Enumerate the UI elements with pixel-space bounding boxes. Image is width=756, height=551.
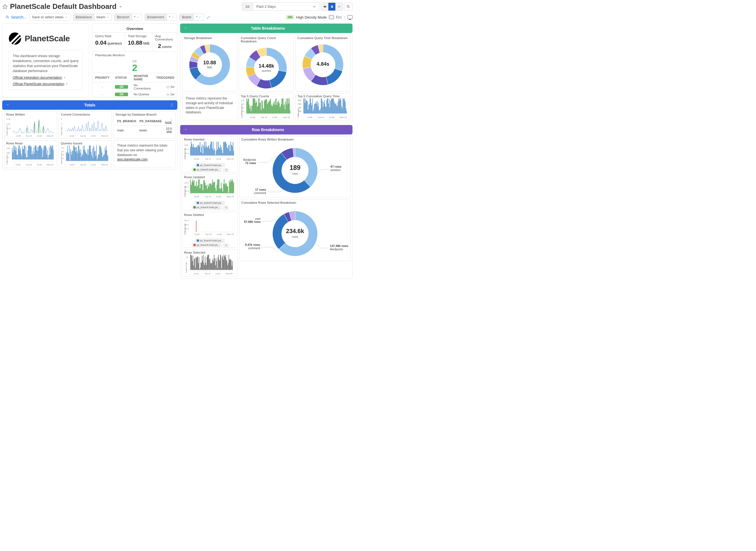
table-row[interactable]: - OK No Queries 2w [92, 91, 177, 97]
forward-button[interactable] [335, 3, 343, 11]
zoom-button[interactable] [344, 2, 352, 11]
svg-rect-572 [219, 259, 219, 270]
table-row[interactable]: - OK No Connections 2w [92, 82, 177, 91]
playback-controls [321, 2, 343, 11]
link-integration-docs[interactable]: Official integration documentation [13, 75, 66, 80]
svg-rect-552 [207, 257, 207, 270]
var-table[interactable]: $table * [179, 14, 204, 21]
svg-rect-12 [167, 86, 169, 88]
tile-qcount-breakdown[interactable]: Cumulative Query Count Breakdown 14.48kq… [239, 35, 294, 91]
tile-rows-selected[interactable]: Rows Selected 1050 Rows/second 12:00Tue … [182, 249, 238, 277]
svg-rect-249 [268, 102, 269, 113]
svg-rect-456 [198, 179, 199, 193]
svg-rect-112 [51, 148, 52, 160]
overview-card: Overview Query Rate 0.04queries/s Total … [92, 24, 177, 98]
svg-rect-99 [43, 147, 44, 159]
display-icon[interactable] [347, 15, 352, 19]
star-icon[interactable] [2, 4, 8, 9]
svg-rect-295 [303, 98, 304, 114]
svg-rect-481 [217, 184, 217, 193]
tile-rows-inserted[interactable]: Rows Inserted 0.015e-31e-30 Rows/second … [182, 136, 238, 172]
svg-rect-47 [12, 152, 13, 160]
time-range-picker[interactable]: 2d Past 2 Days [242, 2, 320, 11]
svg-rect-562 [213, 258, 213, 270]
svg-rect-58 [19, 145, 20, 159]
svg-rect-59 [20, 150, 20, 160]
svg-rect-261 [276, 98, 276, 114]
tile-current-connections[interactable]: Current Connections 6420 Connections 12:… [59, 111, 112, 138]
svg-marker-5 [338, 6, 339, 7]
svg-rect-281 [288, 104, 289, 114]
collapse-icon[interactable] [184, 26, 187, 30]
tile-written-donut[interactable]: Cumulative Rows Written Breakdown 189row… [239, 136, 350, 198]
svg-rect-563 [213, 261, 214, 270]
svg-text:400: 400 [298, 99, 301, 102]
var-database[interactable]: $database beam [73, 14, 112, 21]
svg-rect-349 [337, 106, 338, 114]
svg-point-9 [6, 16, 8, 18]
svg-rect-573 [219, 260, 220, 270]
svg-rect-425 [227, 147, 227, 155]
search-input[interactable]: Search... [2, 15, 27, 19]
tile-rows-written[interactable]: Rows Written 0.020.015e-30 Rows/second 1… [4, 111, 57, 138]
svg-rect-347 [336, 103, 336, 114]
ok-count: 2 [92, 63, 177, 72]
svg-text:12:00: 12:00 [194, 195, 199, 198]
rewind-button[interactable] [321, 3, 328, 11]
svg-rect-489 [222, 191, 223, 193]
tile-queries-issued[interactable]: Queries Issued 0.80.60.40.20 Queries/sec… [59, 140, 112, 167]
svg-rect-335 [328, 104, 329, 114]
density-label[interactable]: High Density Mode [296, 15, 327, 19]
edit-vars-icon[interactable] [206, 15, 211, 19]
tile-rows-deleted[interactable]: Rows Deleted 6e-44e-42e-40 Rows/second 1… [182, 212, 238, 248]
tile-top5-counts[interactable]: Top 5 Query Counts 0.80.60.40.20 Queries… [239, 93, 294, 120]
tile-qtime-breakdown[interactable]: Cumulative Query Time Breakdown 4.84s [295, 35, 350, 91]
svg-rect-236 [260, 102, 261, 114]
svg-rect-163 [88, 155, 88, 161]
svg-text:Wed 25: Wed 25 [227, 233, 234, 235]
planetscale-wordmark: PlanetScale [25, 34, 70, 43]
svg-rect-397 [206, 146, 207, 156]
tile-rows-updated[interactable]: Rows Updated 0.015e-31e-30 Rows/second 1… [182, 174, 238, 210]
svg-rect-411 [217, 142, 217, 155]
svg-rect-278 [286, 104, 287, 113]
svg-rect-113 [52, 145, 53, 159]
title-chevron-icon[interactable] [119, 5, 122, 9]
svg-rect-184 [101, 147, 101, 161]
svg-rect-380 [194, 147, 194, 155]
tile-rows-read[interactable]: Rows Read 150100500 Rows/second 12:00Tue… [4, 140, 57, 167]
tile-selected-donut[interactable]: Cumulative Rows Selected Breakdown 234.6… [239, 199, 350, 261]
svg-rect-83 [34, 153, 35, 160]
var-statement[interactable]: $statement * [145, 14, 177, 21]
svg-rect-178 [97, 160, 98, 161]
link-planetscale-docs[interactable]: Official PlanetScale documentation [13, 82, 68, 86]
svg-rect-239 [262, 101, 263, 113]
svg-rect-317 [317, 101, 318, 113]
export-icon[interactable] [170, 103, 173, 107]
svg-rect-141 [75, 147, 75, 161]
collapse-icon[interactable] [6, 103, 9, 107]
var-branch[interactable]: $branch * [114, 14, 142, 21]
link-app-planetscale[interactable]: app.planetscale.com [117, 157, 172, 162]
svg-rect-484 [219, 179, 219, 193]
table-row[interactable]: mainbeam10.9 MiB [116, 126, 173, 135]
save-view-dropdown[interactable]: Save or select views [29, 14, 70, 21]
keyboard-icon[interactable] [329, 15, 334, 19]
svg-rect-322 [320, 108, 321, 113]
svg-rect-242 [264, 101, 264, 113]
tile-storage-breakdown[interactable]: Storage Breakdown 10.88MiB [182, 35, 237, 91]
svg-rect-146 [78, 153, 78, 161]
collapse-icon[interactable] [184, 127, 187, 132]
svg-text:0.01: 0.01 [184, 144, 189, 146]
svg-rect-241 [263, 109, 264, 114]
tile-storage-branch[interactable]: Storage by Database Branch PS_BRANCHPS_D… [114, 111, 175, 138]
tile-top5-time[interactable]: Top 5 Cumulative Query Time 400300200100… [295, 93, 350, 120]
svg-rect-548 [204, 265, 205, 270]
svg-text:12:00: 12:00 [194, 233, 199, 235]
svg-text:Tue 24: Tue 24 [80, 164, 86, 166]
svg-rect-358 [343, 98, 343, 114]
time-range-label[interactable]: Past 2 Days [253, 3, 319, 11]
time-range-short[interactable]: 2d [242, 3, 253, 11]
pause-button[interactable] [328, 3, 335, 11]
svg-rect-326 [323, 107, 323, 114]
